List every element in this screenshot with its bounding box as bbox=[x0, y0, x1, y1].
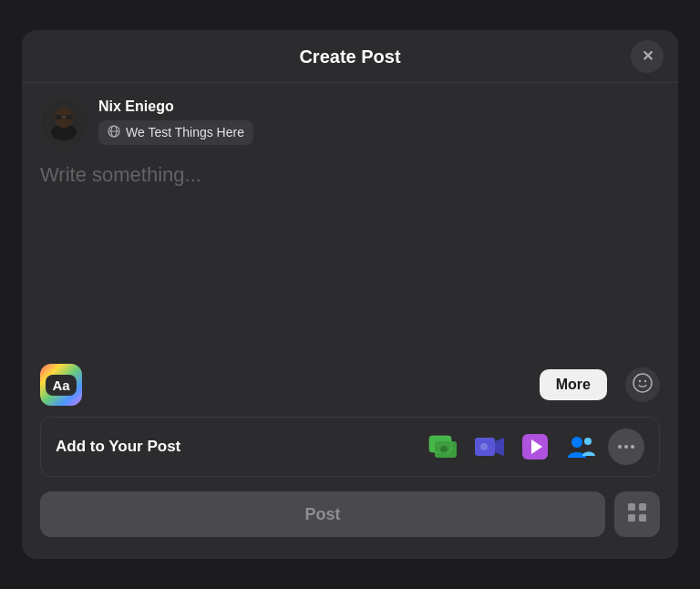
svg-rect-28 bbox=[628, 514, 635, 522]
svg-marker-17 bbox=[495, 438, 504, 456]
text-format-label: Aa bbox=[46, 375, 76, 396]
close-icon: ✕ bbox=[642, 47, 654, 65]
more-tooltip-text: More bbox=[556, 377, 591, 392]
audience-label: We Test Things Here bbox=[126, 125, 244, 140]
more-tooltip: More bbox=[540, 369, 607, 400]
toolbar-row: Aa More bbox=[40, 356, 660, 409]
avatar bbox=[40, 98, 88, 145]
svg-rect-4 bbox=[66, 115, 73, 119]
post-input-area[interactable]: Write something... bbox=[40, 160, 660, 356]
svg-rect-27 bbox=[639, 503, 646, 511]
grid-icon bbox=[627, 502, 647, 527]
svg-point-9 bbox=[633, 374, 652, 392]
create-post-modal: Create Post ✕ bbox=[22, 30, 678, 559]
svg-point-18 bbox=[480, 443, 488, 450]
more-options-button[interactable] bbox=[608, 429, 644, 465]
audience-icon bbox=[108, 125, 120, 140]
tag-people-button[interactable] bbox=[562, 429, 599, 465]
post-placeholder: Write something... bbox=[40, 163, 201, 186]
user-section: Nix Eniego We Test Things Here bbox=[40, 98, 660, 145]
close-button[interactable]: ✕ bbox=[631, 40, 664, 73]
user-info: Nix Eniego We Test Things Here bbox=[98, 98, 253, 145]
svg-point-11 bbox=[644, 379, 646, 381]
audience-selector[interactable]: We Test Things Here bbox=[98, 120, 253, 145]
reel-button[interactable] bbox=[517, 429, 553, 465]
svg-point-23 bbox=[618, 445, 622, 449]
svg-point-22 bbox=[584, 438, 592, 445]
svg-point-10 bbox=[639, 379, 641, 381]
svg-rect-29 bbox=[639, 514, 646, 522]
modal-header: Create Post ✕ bbox=[22, 30, 678, 83]
add-to-post-section: Add to Your Post bbox=[40, 417, 660, 477]
svg-point-25 bbox=[631, 445, 634, 449]
grid-button[interactable] bbox=[614, 491, 660, 537]
text-format-button[interactable]: Aa bbox=[40, 364, 82, 406]
footer-row: Post bbox=[40, 491, 660, 544]
add-to-post-label: Add to Your Post bbox=[56, 438, 180, 456]
photo-video-button[interactable] bbox=[426, 429, 462, 465]
emoji-button[interactable] bbox=[625, 367, 660, 402]
add-icons-row bbox=[426, 429, 644, 465]
svg-rect-3 bbox=[55, 115, 62, 119]
svg-point-24 bbox=[624, 445, 628, 449]
modal-body: Nix Eniego We Test Things Here Write som… bbox=[22, 83, 678, 559]
svg-rect-26 bbox=[628, 503, 635, 511]
emoji-icon bbox=[632, 372, 654, 398]
toolbar-left: Aa bbox=[40, 364, 82, 406]
video-button[interactable] bbox=[471, 429, 508, 465]
modal-title: Create Post bbox=[299, 46, 400, 67]
svg-point-21 bbox=[571, 437, 582, 448]
toolbar-right: More bbox=[625, 367, 660, 402]
avatar-image bbox=[40, 98, 88, 145]
post-button[interactable]: Post bbox=[40, 491, 605, 537]
user-name: Nix Eniego bbox=[98, 98, 253, 115]
